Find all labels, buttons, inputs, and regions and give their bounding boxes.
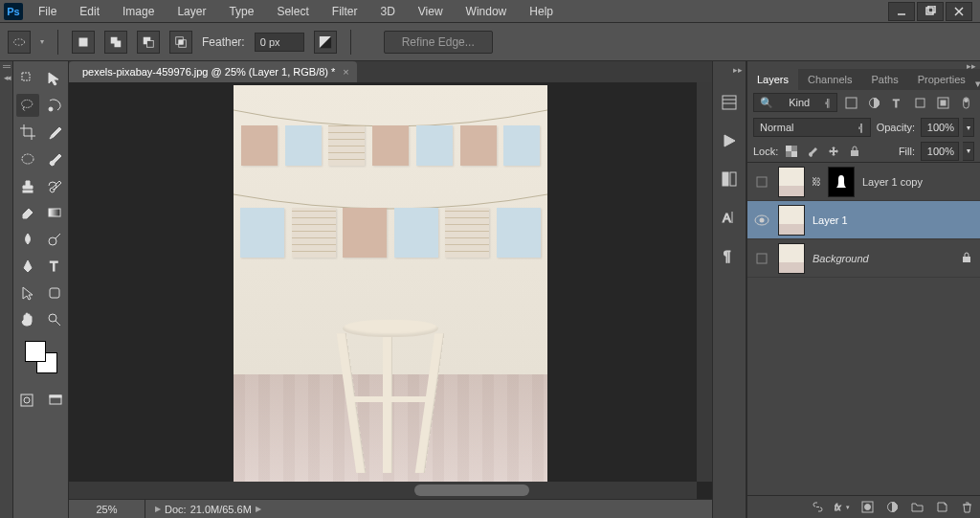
eraser-tool[interactable] — [16, 201, 39, 224]
filter-type-icon[interactable]: T — [889, 94, 906, 111]
quick-mask-tool[interactable] — [15, 389, 38, 412]
minimize-button[interactable] — [888, 2, 915, 21]
intersect-selection-icon[interactable] — [169, 31, 192, 54]
gradient-tool[interactable] — [43, 201, 66, 224]
crop-tool[interactable] — [16, 121, 39, 144]
blur-tool[interactable] — [16, 228, 39, 251]
dodge-tool[interactable] — [43, 228, 66, 251]
delete-layer-icon[interactable] — [959, 500, 974, 515]
horizontal-scrollbar[interactable] — [69, 482, 697, 499]
layer-mask-link-icon[interactable]: ⛓ — [813, 167, 820, 197]
menu-select[interactable]: Select — [265, 0, 320, 22]
layer-style-icon[interactable]: fx▾ — [835, 500, 850, 515]
add-mask-icon[interactable] — [859, 500, 875, 515]
canvas[interactable] — [234, 85, 547, 499]
filter-switch-icon[interactable] — [957, 94, 974, 111]
layer-row[interactable]: Background — [747, 239, 980, 278]
menu-image[interactable]: Image — [111, 0, 166, 22]
shape-tool[interactable] — [43, 282, 66, 304]
blend-mode-select[interactable]: Normal ╣ — [753, 118, 871, 137]
menu-type[interactable]: Type — [217, 0, 265, 22]
opacity-dropdown-icon[interactable]: ▾ — [963, 118, 974, 137]
menu-filter[interactable]: Filter — [321, 0, 369, 22]
quick-select-tool[interactable] — [43, 94, 66, 117]
new-selection-icon[interactable] — [72, 31, 95, 54]
lock-all-icon[interactable] — [847, 144, 862, 159]
layer-row[interactable]: Layer 1 — [747, 201, 980, 239]
layer-visibility-icon[interactable] — [753, 214, 770, 226]
menu-help[interactable]: Help — [518, 0, 565, 22]
opacity-input[interactable]: 100% — [921, 118, 959, 137]
filter-smart-icon[interactable] — [934, 94, 951, 111]
layer-visibility-icon[interactable] — [753, 252, 770, 265]
character-panel-icon[interactable]: A — [719, 207, 740, 228]
layer-name-label[interactable]: Layer 1 — [813, 214, 974, 226]
zoom-tool[interactable] — [43, 308, 66, 331]
menu-window[interactable]: Window — [455, 0, 519, 22]
tab-paths[interactable]: Paths — [862, 69, 908, 90]
brush-tool[interactable] — [43, 147, 66, 170]
filter-pixel-icon[interactable] — [843, 94, 860, 111]
fill-input[interactable]: 100% — [921, 142, 959, 161]
lock-position-icon[interactable] — [826, 144, 841, 159]
canvas-viewport[interactable] — [69, 82, 712, 499]
menu-3d[interactable]: 3D — [368, 0, 406, 22]
close-tab-icon[interactable]: × — [343, 66, 348, 78]
adjustment-layer-icon[interactable] — [884, 500, 900, 515]
layer-filter-kind-select[interactable]: 🔍 Kind ╣ — [753, 93, 837, 112]
arrow-move-tool[interactable] — [43, 67, 66, 90]
stamp-tool[interactable] — [16, 174, 39, 197]
maximize-button[interactable] — [917, 2, 944, 21]
tab-layers[interactable]: Layers — [747, 69, 798, 90]
swatches-panel-icon[interactable] — [719, 169, 740, 190]
foreground-color-swatch[interactable] — [25, 341, 46, 362]
pen-tool[interactable] — [16, 255, 39, 278]
hand-tool[interactable] — [16, 308, 39, 331]
collapse-dock-icon[interactable]: ◂◂ — [4, 73, 10, 82]
lock-image-icon[interactable] — [805, 144, 820, 159]
type-tool[interactable]: T — [43, 255, 66, 278]
document-tab[interactable]: pexels-pixabay-459976.jpg @ 25% (Layer 1… — [69, 61, 357, 82]
expand-dock-icon[interactable]: ▸▸ — [713, 65, 746, 75]
layer-visibility-icon[interactable] — [753, 175, 770, 189]
eyedropper-tool[interactable] — [43, 121, 66, 144]
add-to-selection-icon[interactable] — [104, 31, 127, 54]
new-layer-icon[interactable] — [934, 500, 949, 515]
paragraph-panel-icon[interactable]: ¶ — [719, 245, 740, 266]
tab-channels[interactable]: Channels — [798, 69, 861, 90]
path-select-tool[interactable] — [16, 282, 39, 304]
move-tool[interactable] — [16, 67, 39, 90]
layer-thumbnail[interactable] — [778, 243, 805, 274]
patch-tool[interactable] — [16, 147, 39, 170]
status-doc-info[interactable]: ▶ Doc: 21.0M/65.6M ▶ — [145, 504, 271, 515]
layer-lock-icon[interactable] — [961, 252, 974, 265]
refine-edge-button[interactable]: Refine Edge... — [384, 31, 493, 54]
link-layers-icon[interactable] — [810, 500, 825, 515]
layer-thumbnail[interactable] — [778, 167, 805, 197]
close-button[interactable] — [946, 2, 972, 21]
lock-transparent-icon[interactable] — [784, 144, 799, 159]
current-tool-icon[interactable] — [8, 31, 31, 54]
scrollbar-thumb[interactable] — [414, 484, 529, 496]
actions-panel-icon[interactable] — [719, 130, 740, 151]
menu-edit[interactable]: Edit — [68, 0, 111, 22]
color-swatches[interactable] — [25, 341, 57, 373]
layer-name-label[interactable]: Background — [813, 253, 953, 264]
layer-row[interactable]: ⛓Layer 1 copy — [747, 163, 980, 201]
menu-view[interactable]: View — [407, 0, 455, 22]
collapse-panels-icon[interactable]: ▸▸ — [747, 61, 980, 69]
feather-input[interactable]: 0 px — [255, 33, 304, 52]
status-menu-icon[interactable]: ▶ — [155, 505, 161, 513]
fill-dropdown-icon[interactable]: ▾ — [963, 142, 974, 161]
tab-properties[interactable]: Properties — [908, 69, 975, 90]
antialias-icon[interactable] — [314, 31, 337, 54]
filter-shape-icon[interactable] — [911, 94, 928, 111]
layer-group-icon[interactable] — [909, 500, 924, 515]
status-dropdown-icon[interactable]: ▶ — [256, 505, 261, 513]
filter-adjust-icon[interactable] — [866, 94, 883, 111]
menu-file[interactable]: File — [27, 0, 68, 22]
vertical-scrollbar[interactable] — [697, 82, 712, 482]
dock-grip-icon[interactable] — [3, 65, 11, 69]
panel-menu-icon[interactable]: ▾≡ — [975, 78, 980, 90]
layer-thumbnail[interactable] — [778, 205, 805, 236]
